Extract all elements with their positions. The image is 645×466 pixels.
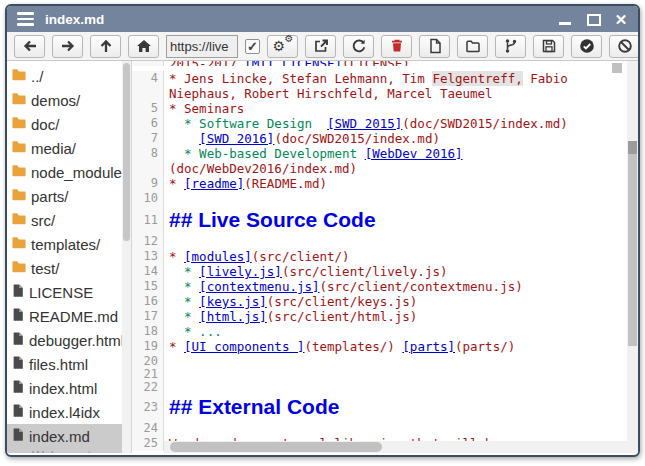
editor-vertical-scrollbar[interactable] [627, 61, 638, 453]
code-row: 8 * Web-based Development [WebDev 2016] [132, 146, 627, 161]
new-file-button[interactable] [419, 35, 450, 58]
code-text: 2015-2017 [169, 61, 244, 66]
file-list-item[interactable]: index.md [7, 424, 123, 448]
code-line[interactable]: * [UI components ](templates/) [parts](p… [164, 339, 627, 354]
code-text: ## Live Source Code [169, 208, 376, 231]
code-line[interactable] [164, 380, 627, 393]
code-line[interactable]: * ... [164, 324, 627, 339]
markdown-editor[interactable]: 2015-2017 [MIT LICENSE](LICENSE)4* Jens … [132, 61, 638, 453]
hamburger-menu-icon[interactable] [17, 12, 34, 26]
file-list-item[interactable]: LICENSE [7, 280, 123, 304]
file-list-item[interactable]: parts/ [7, 184, 123, 208]
code-line[interactable]: * [keys.js](src/client/keys.js) [164, 294, 627, 309]
file-list-item[interactable]: src/ [7, 208, 123, 232]
code-line[interactable]: * [readme](README.md) [164, 176, 627, 191]
up-button[interactable] [90, 35, 121, 58]
file-list-item[interactable]: index.html [7, 376, 123, 400]
code-line[interactable]: * Software Design [SWD 2015](doc/SWD2015… [164, 116, 627, 131]
markdown-link[interactable]: [modules] [184, 249, 252, 264]
code-line[interactable]: * [modules](src/client/) [164, 249, 627, 264]
code-line[interactable]: (doc/WebDev2016/index.md) [164, 161, 627, 176]
sidebar-scrollbar[interactable] [122, 61, 131, 453]
file-label: README.md [29, 308, 118, 325]
file-list-item[interactable]: debugger.html [7, 328, 123, 352]
screen: index.md ✕ ✓ ⚙⚙ [0, 0, 645, 466]
file-list-item[interactable]: demos/ [7, 88, 123, 112]
scrollbar-annotation-cap [628, 141, 637, 154]
save-button[interactable] [533, 35, 564, 58]
file-icon [11, 307, 25, 325]
sidebar-scrollbar-thumb[interactable] [123, 63, 130, 241]
code-line[interactable]: * Jens Lincke, Stefan Lehmann, Tim Felge… [164, 71, 627, 86]
code-row-heading: 11## Live Source Code [132, 206, 627, 234]
file-list-item[interactable]: test/ [7, 256, 123, 280]
home-button[interactable] [128, 35, 159, 58]
code-line[interactable] [164, 234, 627, 249]
refresh-button[interactable] [343, 35, 374, 58]
auto-checkbox[interactable]: ✓ [245, 39, 260, 54]
editor-vertical-scrollbar-thumb[interactable] [628, 141, 637, 346]
code-line[interactable] [164, 421, 627, 436]
git-branch-button[interactable] [495, 35, 526, 58]
code-line[interactable]: * Seminars [164, 101, 627, 116]
file-label: LICENSE [29, 284, 93, 301]
editor-horizontal-scrollbar[interactable] [164, 441, 627, 453]
code-line[interactable]: * [contextmenu.js](src/client/contextmen… [164, 279, 627, 294]
folder-button[interactable] [457, 35, 488, 58]
markdown-link[interactable]: [UI components ] [184, 339, 304, 354]
markdown-link[interactable]: [lively.js] [199, 264, 282, 279]
markdown-link[interactable]: [keys.js] [199, 294, 267, 309]
back-button[interactable] [14, 35, 45, 58]
code-text: (parts/) [455, 339, 515, 354]
file-list-item[interactable]: node_modules/ [7, 160, 123, 184]
file-list-item[interactable]: doc/ [7, 112, 123, 136]
code-row: 2015-2017 [MIT LICENSE](LICENSE) [132, 61, 627, 71]
open-external-button[interactable] [305, 35, 336, 58]
folder-icon [11, 187, 27, 205]
file-list-item[interactable]: templates/ [7, 232, 123, 256]
delete-button[interactable] [381, 35, 412, 58]
file-list-item[interactable]: README.md [7, 304, 123, 328]
file-label: index.l4idx [29, 404, 100, 421]
close-icon[interactable]: ✕ [614, 13, 628, 26]
markdown-link[interactable]: [readme] [184, 176, 244, 191]
markdown-link[interactable]: [MIT LICENSE] [244, 61, 342, 66]
folder-icon [11, 67, 27, 85]
code-line[interactable]: [SWD 2016](doc/SWD2015/index.md) [164, 131, 627, 146]
file-label: index.html [29, 380, 97, 397]
file-list-item[interactable]: files.html [7, 352, 123, 376]
line-number: 13 [132, 249, 164, 264]
code-line[interactable]: * Web-based Development [WebDev 2016] [164, 146, 627, 161]
settings-button[interactable]: ⚙⚙ [267, 35, 298, 58]
code-line[interactable]: Niephaus, Robert Hirschfeld, Marcel Taeu… [164, 86, 627, 101]
url-input[interactable] [166, 35, 238, 58]
markdown-link[interactable]: [parts] [402, 339, 455, 354]
markdown-link[interactable]: [WebDev 2016] [365, 146, 463, 161]
minimize-icon[interactable] [558, 13, 572, 26]
code-line[interactable]: 2015-2017 [MIT LICENSE](LICENSE) [164, 61, 627, 66]
cancel-button[interactable] [609, 35, 640, 58]
editor-horizontal-scrollbar-thumb[interactable] [170, 442, 382, 452]
markdown-link[interactable]: [SWD 2015] [327, 116, 402, 131]
file-list-item[interactable]: ../ [7, 64, 123, 88]
code-line[interactable]: * [html.js](src/client/html.js) [164, 309, 627, 324]
code-line[interactable]: ## External Code [164, 393, 627, 421]
ban-icon [617, 38, 633, 54]
check-circle-icon [579, 38, 595, 54]
code-line[interactable]: ## Live Source Code [164, 206, 627, 234]
maximize-icon[interactable] [586, 13, 600, 26]
markdown-link[interactable]: [contextmenu.js] [199, 279, 319, 294]
code-line[interactable] [164, 367, 627, 380]
accept-button[interactable] [571, 35, 602, 58]
markdown-link[interactable]: [SWD 2016] [199, 131, 274, 146]
file-list-item[interactable]: media/ [7, 136, 123, 160]
refresh-icon [351, 38, 367, 54]
code-text: * Web-based Development [169, 146, 365, 161]
markdown-link[interactable]: [html.js] [199, 309, 267, 324]
forward-button[interactable] [52, 35, 83, 58]
folder-icon [11, 91, 27, 109]
code-line[interactable] [164, 354, 627, 367]
code-line[interactable]: * [lively.js](src/client/lively.js) [164, 264, 627, 279]
code-line[interactable] [164, 191, 627, 206]
file-list-item[interactable]: index.l4idx [7, 400, 123, 424]
